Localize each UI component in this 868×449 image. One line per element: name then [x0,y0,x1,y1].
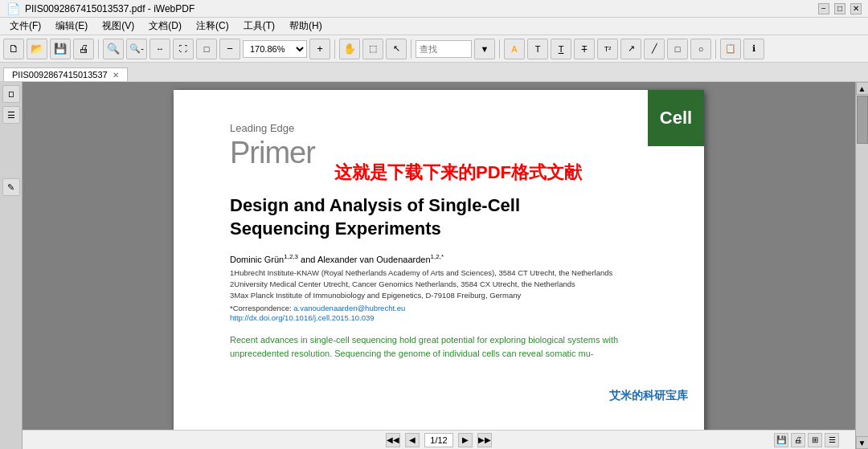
annotation-overlay: 这就是下载下来的PDF格式文献 [334,161,582,185]
page-number-input[interactable] [424,433,453,447]
app-icon: 📄 [6,2,20,15]
next-page-button[interactable]: ▶ [458,433,473,447]
bottom-right-buttons: 💾 🖨 ⊞ ☰ [774,433,839,447]
ellipse-button[interactable]: ○ [690,39,711,59]
paper-title: Design and Analysis of Single-Cell Seque… [230,194,551,240]
scroll-thumb[interactable] [857,96,868,144]
fit-page-button[interactable]: ⛶ [173,39,194,59]
sep3 [411,39,411,59]
sep1 [98,39,99,59]
cell-logo-text: Cell [660,108,692,129]
abstract-text: Recent advances in single-cell sequencin… [230,333,664,361]
zoom-combo[interactable]: 170.86% [243,40,307,58]
highlight-button[interactable]: A [504,39,525,59]
rect-button[interactable]: □ [667,39,688,59]
annotate-panel-button[interactable]: ✎ [2,178,20,196]
info-button[interactable]: ℹ [743,39,764,59]
underline-button[interactable]: T [551,39,571,59]
menu-annotate[interactable]: 注释(C) [190,18,235,35]
pdf-tab[interactable]: PIIS0092867415013537 ✕ [3,67,128,81]
sep4 [499,39,500,59]
vertical-scrollbar[interactable]: ▲ ▼ [855,82,868,449]
bookmark-panel-button[interactable]: ☰ [2,106,20,124]
tab-close-icon[interactable]: ✕ [113,71,119,80]
cell-logo: Cell [648,90,704,146]
print-bottom-button[interactable]: 🖨 [791,433,805,447]
doi-link[interactable]: http://dx.doi.org/10.1016/j.cell.2015.10… [230,313,664,322]
save-button[interactable]: 💾 [50,39,71,59]
toolbar: 🗋 📂 💾 🖨 🔍 🔍- ↔ ⛶ □ − 170.86% + ✋ ⬚ ↖ ▼ A… [0,35,868,63]
sup1: 1,2,3 [284,253,298,260]
new-button[interactable]: 🗋 [3,39,24,59]
sup2: 1,2,* [431,253,444,260]
tab-bar: PIIS0092867415013537 ✕ [0,63,868,82]
grid-view-button[interactable]: ⊞ [808,433,822,447]
pdf-page: Cell Leading Edge Primer 这就是下载下来的PDF格式文献… [174,90,704,443]
first-page-button[interactable]: ◀◀ [386,433,400,447]
superscript-button[interactable]: T² [597,39,618,59]
properties-button[interactable]: 📋 [720,39,741,59]
menu-view[interactable]: 视图(V) [96,18,141,35]
close-button[interactable]: ✕ [850,3,862,14]
correspondence-label: *Correspondence: [230,304,293,312]
title-bar: 📄 PIIS0092867415013537.pdf - iWebPDF − □… [0,0,868,18]
main-area: 🗌 ☰ ✎ Cell Leading Edge Primer 这就是下载下来的P… [0,82,868,449]
open-button[interactable]: 📂 [27,39,47,59]
last-page-button[interactable]: ▶▶ [477,433,492,447]
menu-edit[interactable]: 编辑(E) [49,18,94,35]
actual-size-button[interactable]: □ [196,39,217,59]
affiliation2: 2University Medical Center Utrecht, Canc… [230,279,664,290]
pointer-button[interactable]: ↖ [386,39,407,59]
window-title: PIIS0092867415013537.pdf - iWebPDF [25,3,194,14]
minus-button[interactable]: − [219,39,240,59]
fit-width-button[interactable]: ↔ [149,39,170,59]
arrow-button[interactable]: ↗ [620,39,641,59]
zoom-in-button[interactable]: 🔍 [103,39,124,59]
bottom-nav-bar: ◀◀ ◀ ▶ ▶▶ 💾 🖨 ⊞ ☰ [23,430,855,449]
tab-label: PIIS0092867415013537 [12,70,108,80]
correspondence-email[interactable]: a.vanoudenaarden@hubrecht.eu [293,304,405,312]
print-button[interactable]: 🖨 [73,39,94,59]
zoom-out-button[interactable]: 🔍- [126,39,147,59]
title-bar-left: 📄 PIIS0092867415013537.pdf - iWebPDF [6,2,194,15]
search-button[interactable]: ▼ [474,39,495,59]
sep5 [715,39,716,59]
list-view-button[interactable]: ☰ [825,433,839,447]
text-tool-button[interactable]: T [527,39,548,59]
scroll-up-button[interactable]: ▲ [856,82,869,95]
menu-help[interactable]: 帮助(H) [283,18,329,35]
minimize-button[interactable]: − [818,3,829,14]
scroll-track[interactable] [856,95,868,436]
affiliation1: 1Hubrecht Institute-KNAW (Royal Netherla… [230,267,664,279]
menu-bar: 文件(F) 编辑(E) 视图(V) 文档(D) 注释(C) 工具(T) 帮助(H… [0,18,868,35]
pdf-area: Cell Leading Edge Primer 这就是下载下来的PDF格式文献… [23,82,855,449]
prev-page-button[interactable]: ◀ [405,433,420,447]
leading-edge-label: Leading Edge [230,122,664,134]
line-button[interactable]: ╱ [644,39,665,59]
affiliation3: 3Max Planck Institute of Immunobiology a… [230,290,664,301]
correspondence-line: *Correspondence: a.vanoudenaarden@hubrec… [230,304,664,312]
watermark-text: 艾米的科研宝库 [609,389,688,403]
plus-button[interactable]: + [309,39,330,59]
left-sidebar: 🗌 ☰ ✎ [0,82,23,449]
strikethrough-button[interactable]: T [574,39,595,59]
sep2 [334,39,335,59]
authors-line: Dominic Grün1,2,3 and Alexander van Oude… [230,253,664,264]
scroll-down-button[interactable]: ▼ [856,436,869,449]
save-bottom-button[interactable]: 💾 [774,433,788,447]
menu-document[interactable]: 文档(D) [142,18,188,35]
search-input[interactable] [416,40,472,58]
menu-file[interactable]: 文件(F) [3,18,47,35]
thumbnail-panel-button[interactable]: 🗌 [2,85,20,103]
hand-tool-button[interactable]: ✋ [339,39,360,59]
menu-tools[interactable]: 工具(T) [237,18,281,35]
title-bar-right: − □ ✕ [818,3,862,14]
select-button[interactable]: ⬚ [362,39,383,59]
maximize-button[interactable]: □ [834,3,845,14]
